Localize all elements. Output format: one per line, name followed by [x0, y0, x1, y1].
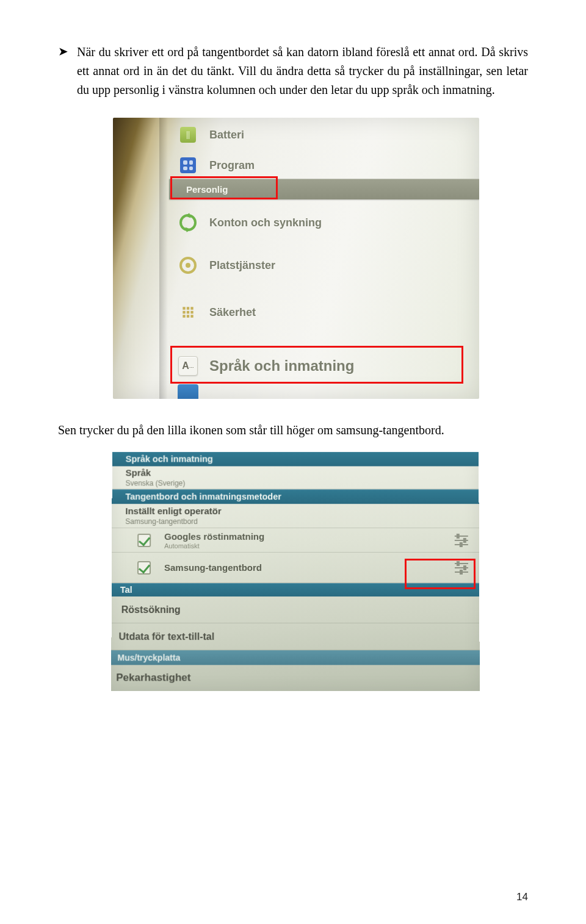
band2-label: Tangentbord och inmatningsmetoder — [125, 492, 281, 501]
row-sprak-title: Språk — [126, 467, 479, 478]
settings-row-batteri: Batteri — [169, 119, 479, 151]
row-google-sub: Automatiskt — [164, 542, 264, 550]
row-utdata-label: Utdata för text-till-tal — [119, 631, 480, 642]
label-plats: Platstjänster — [209, 259, 275, 272]
band-sprak-inmatning: Språk och inmatning — [112, 452, 479, 467]
row-sprak: Språk Svenska (Sverige) — [112, 466, 479, 489]
band-tangentbord: Tangentbord och inmatningsmetoder — [112, 489, 479, 504]
row-samsung-title: Samsung-tangentbord — [164, 562, 262, 573]
highlight-box-sprak — [170, 346, 463, 384]
settings-sliders-icon — [455, 534, 468, 547]
checkbox-icon — [137, 561, 151, 575]
band3-label: Tal — [120, 585, 132, 595]
highlight-box-personlig — [170, 176, 278, 199]
row-operator: Inställt enligt operatör Samsung-tangent… — [112, 504, 479, 528]
row-utdata-tts: Utdata för text-till-tal — [111, 623, 479, 650]
settings-row-sakerhet: Säkerhet — [169, 291, 479, 334]
battery-icon — [178, 124, 198, 145]
photo-language-input-menu: Språk och inmatning Språk Svenska (Sveri… — [111, 452, 480, 691]
label-program: Program — [209, 159, 255, 172]
label-batteri: Batteri — [209, 129, 244, 141]
paragraph-2-text: Sen trycker du på den lilla ikonen som s… — [58, 421, 528, 439]
label-konton: Konton och synkning — [209, 217, 322, 229]
band1-label: Språk och inmatning — [126, 454, 213, 464]
bullet-icon: ➤ — [58, 43, 68, 60]
apps-icon — [178, 155, 198, 176]
row-operator-sub: Samsung-tangentbord — [125, 517, 479, 526]
security-icon — [178, 302, 198, 323]
row-rostsokning-label: Röstsökning — [121, 604, 480, 615]
label-sakerhet: Säkerhet — [209, 306, 256, 319]
photo-settings-menu: Batteri Program Personlig Konton och syn… — [113, 118, 479, 399]
band4-label: Mus/tryckplatta — [117, 653, 180, 662]
row-google-title: Googles röstinmatning — [164, 531, 264, 542]
row-sprak-sub: Svenska (Sverige) — [126, 479, 479, 487]
row-pekar-label: Pekarhastighet — [116, 672, 480, 684]
settings-row-plats: Platstjänster — [169, 246, 479, 285]
bullet-paragraph: ➤ När du skriver ett ord på tangentborde… — [58, 43, 528, 99]
page-number: 14 — [516, 891, 528, 903]
band-mus: Mus/tryckplatta — [111, 650, 479, 665]
highlight-box-sliders-icon — [405, 559, 476, 589]
settings-row-konton: Konton och synkning — [169, 203, 479, 242]
partial-blue-icon — [178, 384, 198, 399]
sync-icon — [178, 212, 198, 233]
row-googles-rost: Googles röstinmatning Automatiskt — [112, 528, 479, 553]
row-pekarhastighet: Pekarhastighet — [111, 665, 480, 690]
paragraph-1-text: När du skriver ett ord på tangentbordet … — [77, 43, 528, 99]
device-edge-shadow — [159, 118, 168, 399]
location-icon — [178, 255, 198, 276]
row-rostsokning: Röstsökning — [112, 596, 480, 623]
row-operator-title: Inställt enligt operatör — [125, 506, 479, 516]
checkbox-icon — [137, 534, 151, 547]
